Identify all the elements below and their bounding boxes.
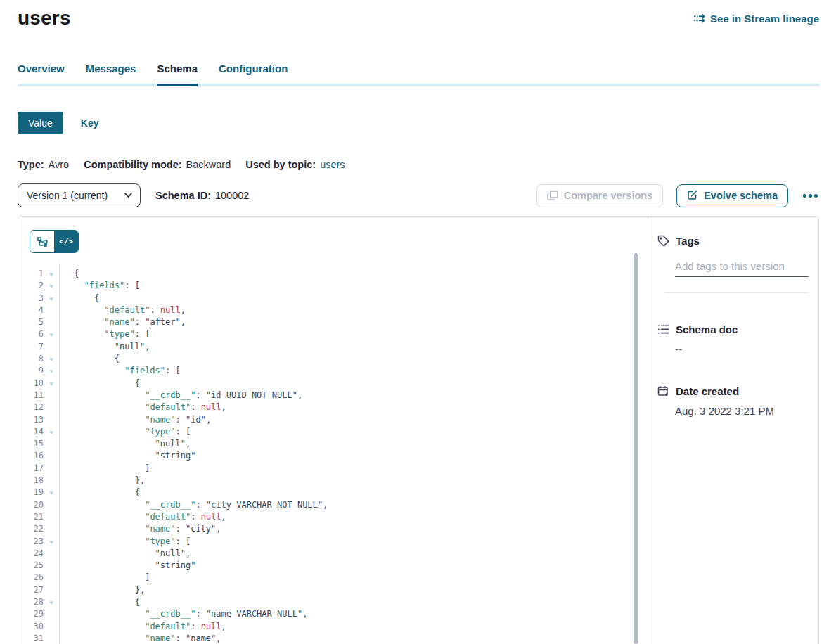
tags-title: Tags <box>676 235 700 247</box>
schema-id-label: Schema ID: <box>155 190 211 201</box>
code-line: 24 "null", <box>18 548 648 560</box>
code-line: 1▼{ <box>18 268 648 280</box>
schema-doc-title: Schema doc <box>676 323 738 335</box>
tree-view-icon <box>37 237 48 247</box>
compatibility-label: Compatibility mode: <box>84 159 181 170</box>
tab-schema[interactable]: Schema <box>157 63 198 86</box>
fold-toggle-icon[interactable]: ▼ <box>44 366 59 378</box>
code-line: 26 ] <box>18 572 648 584</box>
calendar-plus-icon <box>657 385 669 397</box>
fold-toggle-icon[interactable]: ▼ <box>44 354 59 366</box>
versions-icon <box>547 191 558 201</box>
schema-code-pane: </> 1▼{2▼ "fields": [3▼ {4 "default": nu… <box>18 217 648 644</box>
value-tab-button[interactable]: Value <box>18 112 63 134</box>
meta-used-by-topic: Used by topic: users <box>245 159 345 170</box>
meta-compatibility: Compatibility mode: Backward <box>84 159 231 170</box>
edit-icon <box>687 190 698 201</box>
compare-versions-button[interactable]: Compare versions <box>536 184 664 207</box>
used-by-topic-link[interactable]: users <box>320 159 345 170</box>
tree-view-button[interactable] <box>30 231 54 252</box>
code-line: 12 "default": null, <box>18 401 648 413</box>
code-line: 27 }, <box>18 584 648 596</box>
fold-toggle-icon[interactable]: ▼ <box>44 329 59 341</box>
code-line: 18 }, <box>18 475 648 487</box>
code-line: 20 "__crdb__": "city VARCHAR NOT NULL", <box>18 499 648 511</box>
code-line: 6▼ "type": [ <box>18 328 648 340</box>
code-line: 5 "name": "after", <box>18 316 648 328</box>
schema-page: users See in Stream lineage Overview Mes… <box>0 7 836 644</box>
code-scrollbar[interactable] <box>634 253 638 644</box>
code-line: 11 "__crdb__": "id UUID NOT NULL", <box>18 389 648 401</box>
date-created-value: Aug. 3 2022 3:21 PM <box>675 405 809 417</box>
tags-input[interactable] <box>675 259 809 277</box>
schema-sidebar: Tags Schema do <box>648 217 818 644</box>
fold-toggle-icon[interactable]: ▼ <box>44 281 59 292</box>
date-created-title: Date created <box>676 385 739 397</box>
key-tab-link[interactable]: Key <box>81 117 99 129</box>
tab-configuration[interactable]: Configuration <box>219 63 288 84</box>
type-value: Avro <box>49 159 70 170</box>
code-line: 7 "null", <box>18 341 648 353</box>
page-title: users <box>18 7 71 30</box>
code-line: 10▼ { <box>18 378 648 389</box>
evolve-schema-button[interactable]: Evolve schema <box>676 184 788 207</box>
used-by-topic-label: Used by topic: <box>245 159 316 170</box>
tab-bar: Overview Messages Schema Configuration <box>18 63 819 86</box>
fold-toggle-icon[interactable]: ▼ <box>44 487 59 499</box>
type-label: Type: <box>18 159 44 170</box>
tab-overview[interactable]: Overview <box>18 63 65 84</box>
fold-toggle-icon[interactable]: ▼ <box>44 597 59 609</box>
code-line: 17 ] <box>18 463 648 475</box>
code-view-icon: </> <box>59 237 73 246</box>
code-line: 30 "default": null, <box>18 621 648 633</box>
code-line: 25 "string" <box>18 560 648 572</box>
code-line: 9▼ "fields": [ <box>18 365 648 377</box>
code-line: 4 "default": null, <box>18 304 648 316</box>
tag-icon <box>657 235 669 247</box>
date-created-section: Date created Aug. 3 2022 3:21 PM <box>657 385 809 417</box>
version-select-wrap: Version 1 (current) <box>18 183 141 207</box>
fold-toggle-icon[interactable]: ▼ <box>44 269 59 281</box>
schema-doc-value: -- <box>675 343 809 355</box>
code-line: 31 "name": "name", <box>18 633 648 644</box>
code-line: 22 "name": "city", <box>18 523 648 535</box>
stream-lineage-icon <box>693 13 705 23</box>
schema-meta-row: Type: Avro Compatibility mode: Backward … <box>18 159 819 170</box>
schema-doc-heading: Schema doc <box>657 323 809 335</box>
schema-toolbar: Version 1 (current) Schema ID: 100002 <box>18 183 819 207</box>
see-in-stream-lineage-link[interactable]: See in Stream lineage <box>693 13 819 25</box>
date-created-heading: Date created <box>657 385 809 397</box>
code-lines: 1▼{2▼ "fields": [3▼ {4 "default": null,5… <box>18 263 648 644</box>
code-line: 3▼ { <box>18 292 648 304</box>
code-line: 15 "null", <box>18 438 648 450</box>
code-line: 16 "string" <box>18 450 648 462</box>
version-select[interactable]: Version 1 (current) <box>18 183 141 207</box>
value-key-toggle: Value Key <box>18 112 819 134</box>
schema-id-value: 100002 <box>215 190 249 201</box>
fold-toggle-icon[interactable]: ▼ <box>44 378 59 390</box>
code-view-button[interactable]: </> <box>54 231 78 252</box>
code-line: 23▼ "type": [ <box>18 536 648 548</box>
schema-doc-section: Schema doc -- <box>657 323 809 355</box>
schema-panel: </> 1▼{2▼ "fields": [3▼ {4 "default": nu… <box>18 216 819 644</box>
compatibility-value: Backward <box>186 159 231 170</box>
stream-lineage-label: See in Stream lineage <box>710 13 819 25</box>
fold-toggle-icon[interactable]: ▼ <box>44 536 59 548</box>
schema-id: Schema ID: 100002 <box>155 190 249 201</box>
code-line: 29 "__crdb__": "name VARCHAR NULL", <box>18 608 648 620</box>
tab-messages[interactable]: Messages <box>86 63 136 84</box>
code-line: 19▼ { <box>18 487 648 498</box>
sidebar-divider <box>664 292 809 293</box>
code-line: 21 "default": null, <box>18 511 648 523</box>
code-line: 8▼ { <box>18 353 648 365</box>
list-icon <box>657 324 669 335</box>
meta-type: Type: Avro <box>18 159 69 170</box>
fold-toggle-icon[interactable]: ▼ <box>44 293 59 305</box>
more-actions-button[interactable] <box>802 191 819 200</box>
code-line: 14▼ "type": [ <box>18 426 648 438</box>
code-line: 28▼ { <box>18 596 648 608</box>
compare-versions-label: Compare versions <box>564 190 653 201</box>
code-line: 2▼ "fields": [ <box>18 280 648 292</box>
fold-toggle-icon[interactable]: ▼ <box>44 427 59 439</box>
evolve-schema-label: Evolve schema <box>704 190 778 201</box>
